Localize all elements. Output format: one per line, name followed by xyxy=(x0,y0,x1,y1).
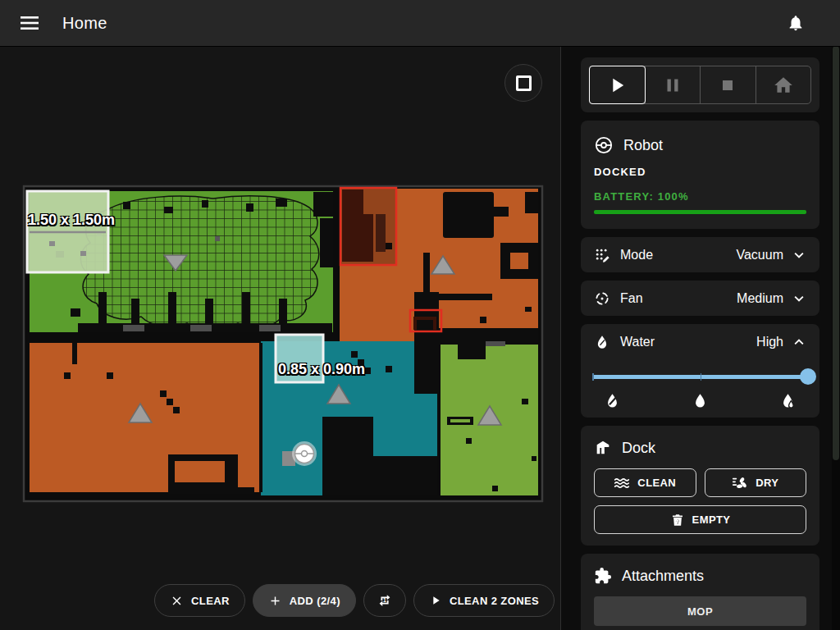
slider-tick-low xyxy=(592,373,594,381)
playback-button-group xyxy=(589,66,811,104)
water-card: Water High xyxy=(581,324,819,418)
zone-rect-2[interactable] xyxy=(276,335,323,382)
water-slider-thumb[interactable] xyxy=(800,368,816,385)
stop-icon xyxy=(718,75,737,95)
hamburger-icon xyxy=(21,16,39,30)
panel-scrollbar[interactable] xyxy=(832,46,840,630)
dock-title: Dock xyxy=(622,440,655,457)
bell-icon xyxy=(787,14,805,32)
mode-row[interactable]: Mode Vacuum xyxy=(581,237,819,272)
chevron-up-icon xyxy=(790,333,808,351)
clear-zones-label: CLEAR xyxy=(191,595,230,607)
battery-bar xyxy=(594,210,806,214)
chevron-down-icon xyxy=(790,246,808,264)
mode-value: Vacuum xyxy=(736,248,783,262)
mode-label: Mode xyxy=(620,248,653,262)
dock-empty-button[interactable]: EMPTY xyxy=(594,505,806,534)
no-go-zone-large xyxy=(340,188,396,265)
zone-1-dot xyxy=(80,251,86,256)
main-content: 1.50 x 1.50m 0.85 x 0.90m CLEAR ADD (2 xyxy=(0,46,840,630)
map-canvas[interactable] xyxy=(0,46,561,630)
add-zone-label: ADD (2/4) xyxy=(290,595,340,607)
dock-clean-label: CLEAN xyxy=(637,477,676,489)
clean-zones-label: CLEAN 2 ZONES xyxy=(450,595,539,607)
battery-bar-fill xyxy=(594,210,806,214)
water-value: High xyxy=(756,335,783,349)
water-high-icon xyxy=(779,392,797,409)
zone-draw-button[interactable] xyxy=(504,64,542,102)
pause-button[interactable] xyxy=(645,66,701,103)
dock-header: Dock xyxy=(594,439,806,457)
robot-icon xyxy=(594,135,614,155)
battery-label: BATTERY: 100% xyxy=(594,190,806,203)
dock-card: Dock CLEAN xyxy=(581,426,819,546)
attachments-header: Attachments xyxy=(594,567,806,585)
water-label: Water xyxy=(620,335,655,349)
fan-value: Medium xyxy=(737,291,783,306)
pause-icon xyxy=(662,75,683,96)
robot-header: Robot xyxy=(594,135,806,155)
water-level-icons xyxy=(592,386,808,409)
iterations-button[interactable]: 1 xyxy=(363,584,406,617)
fan-row[interactable]: Fan Medium xyxy=(581,281,819,316)
play-icon xyxy=(605,74,628,97)
slider-tick-mid xyxy=(701,373,702,381)
water-row[interactable]: Water High xyxy=(581,324,819,359)
zone-1-dot xyxy=(49,241,55,246)
fan-label: Fan xyxy=(620,291,643,306)
dock-empty-label: EMPTY xyxy=(692,514,731,526)
play-icon xyxy=(429,594,442,607)
top-app-bar: Home xyxy=(0,0,840,46)
start-button[interactable] xyxy=(589,66,646,104)
water-medium-icon xyxy=(692,392,709,409)
dock-dry-button[interactable]: DRY xyxy=(705,468,807,497)
dock-dry-label: DRY xyxy=(756,477,778,489)
dock-empty-row: EMPTY xyxy=(594,505,806,534)
scrollbar-thumb[interactable] xyxy=(833,46,839,460)
fan-icon xyxy=(594,290,610,307)
robot-card: Robot DOCKED BATTERY: 100% xyxy=(581,121,819,229)
water-slider[interactable] xyxy=(592,368,808,386)
chevron-down-icon xyxy=(790,290,808,308)
dryer-fan-icon xyxy=(732,475,748,491)
mop-toggle-button[interactable]: MOP xyxy=(594,596,806,626)
clear-zones-button[interactable]: CLEAR xyxy=(154,584,245,617)
square-icon xyxy=(516,75,532,91)
map-pane: 1.50 x 1.50m 0.85 x 0.90m CLEAR ADD (2 xyxy=(0,46,561,630)
playback-card xyxy=(581,57,819,112)
repeat-icon: 1 xyxy=(376,591,394,609)
attachments-card: Attachments MOP xyxy=(581,554,819,630)
robot-title: Robot xyxy=(623,137,663,154)
puzzle-icon xyxy=(594,567,612,585)
plus-icon xyxy=(268,594,282,608)
map-toolbar: CLEAR ADD (2/4) 1 xyxy=(154,584,555,617)
home-button[interactable] xyxy=(756,66,811,103)
app-root: Home xyxy=(0,0,840,630)
dock-button-row: CLEAN DRY xyxy=(594,468,806,497)
control-panel: Robot DOCKED BATTERY: 100% Mode Vacuum xyxy=(561,46,840,630)
clean-zones-button[interactable]: CLEAN 2 ZONES xyxy=(413,584,555,617)
iterations-count: 1 xyxy=(383,597,386,603)
water-slider-zone xyxy=(581,359,819,409)
dock-icon xyxy=(594,439,612,457)
empty-bin-icon xyxy=(670,513,685,527)
water-drop-icon xyxy=(594,334,610,350)
water-low-icon xyxy=(604,392,621,409)
attachments-title: Attachments xyxy=(622,568,704,585)
home-icon xyxy=(773,75,794,96)
menu-button[interactable] xyxy=(13,7,46,39)
mode-edit-icon xyxy=(594,247,610,263)
notifications-button[interactable] xyxy=(779,7,812,39)
dock-clean-button[interactable]: CLEAN xyxy=(594,468,696,497)
close-icon xyxy=(170,594,184,608)
page-title: Home xyxy=(62,14,107,33)
robot-status: DOCKED xyxy=(594,166,806,178)
add-zone-button[interactable]: ADD (2/4) xyxy=(253,584,356,617)
stop-button[interactable] xyxy=(700,66,756,103)
waves-icon xyxy=(614,477,630,490)
